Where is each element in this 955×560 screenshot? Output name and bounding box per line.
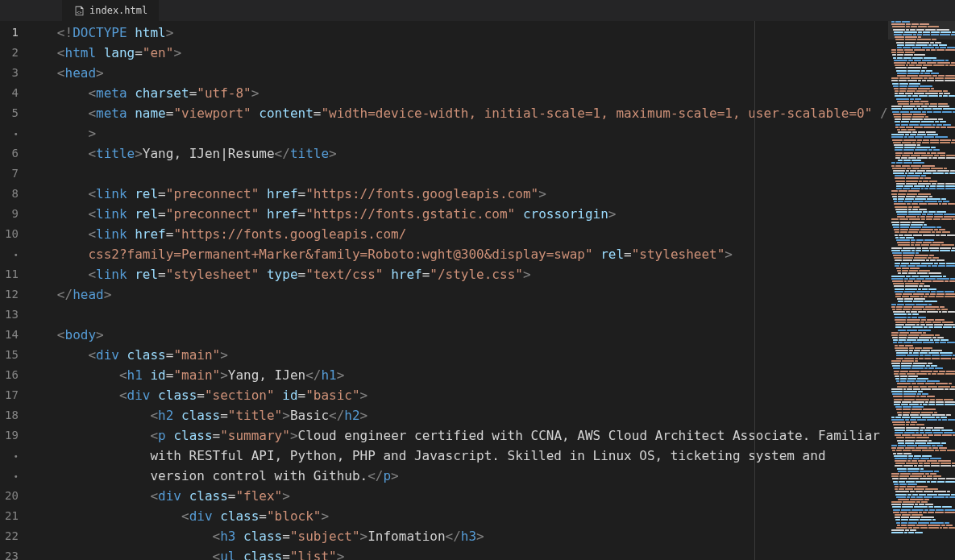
code-line[interactable]: <ul class="list"> — [57, 546, 888, 560]
line-number: 16 — [0, 365, 19, 385]
code-line[interactable]: <h1 id="main">Yang, IJen</h1> — [57, 365, 888, 385]
line-number: 1 — [0, 23, 19, 43]
tab-filename: index.html — [89, 1, 147, 21]
code-line[interactable]: <p class="summary">Cloud engineer certif… — [57, 425, 888, 446]
tab-index-html[interactable]: <> index.html — [62, 0, 159, 21]
code-line[interactable]: <head> — [57, 63, 888, 83]
code-line[interactable]: <link rel="preconnect" href="https://fon… — [57, 184, 888, 204]
line-number: 11 — [0, 264, 19, 284]
code-line[interactable]: <!DOCTYPE html> — [57, 23, 888, 43]
line-number: 21 — [0, 506, 19, 526]
line-number: 6 — [0, 143, 19, 164]
code-line[interactable] — [57, 164, 888, 184]
editor-area: 1234567891011121314151617181920212223 <!… — [0, 21, 955, 560]
code-content[interactable]: <!DOCTYPE html><html lang="en"><head> <m… — [33, 21, 888, 560]
code-line[interactable]: <link href="https://fonts.googleapis.com… — [57, 224, 888, 244]
code-line[interactable]: <div class="main"> — [57, 345, 888, 365]
line-number — [0, 446, 19, 466]
line-number: 13 — [0, 305, 19, 325]
code-line[interactable]: > — [57, 123, 888, 143]
line-number — [0, 466, 19, 486]
line-number: 19 — [0, 425, 19, 446]
code-line[interactable]: <h3 class="subject">Infomation</h3> — [57, 526, 888, 546]
line-number: 4 — [0, 83, 19, 103]
line-number: 17 — [0, 385, 19, 405]
html-file-icon: <> — [73, 5, 85, 16]
code-line[interactable]: <meta name="viewport" content="width=dev… — [57, 103, 888, 123]
svg-text:<>: <> — [77, 9, 81, 14]
code-line[interactable]: <html lang="en"> — [57, 43, 888, 63]
code-line[interactable]: <body> — [57, 325, 888, 345]
line-number: 22 — [0, 526, 19, 546]
code-line[interactable]: <title>Yang, IJen|Resume</title> — [57, 143, 888, 164]
minimap[interactable] — [888, 21, 955, 560]
line-number: 14 — [0, 325, 19, 345]
line-number: 9 — [0, 204, 19, 224]
code-line[interactable]: <link rel="stylesheet" type="text/css" h… — [57, 264, 888, 284]
line-number: 20 — [0, 486, 19, 506]
code-line[interactable]: <div class="section" id="basic"> — [57, 385, 888, 405]
line-number — [0, 123, 19, 143]
line-number-gutter[interactable]: 1234567891011121314151617181920212223 — [0, 21, 33, 560]
line-number: 15 — [0, 345, 19, 365]
code-line[interactable]: <div class="flex"> — [57, 486, 888, 506]
line-number: 18 — [0, 405, 19, 425]
code-line[interactable]: </head> — [57, 284, 888, 305]
line-number: 23 — [0, 546, 19, 560]
code-line[interactable]: <meta charset="utf-8"> — [57, 83, 888, 103]
line-number: 10 — [0, 224, 19, 244]
code-line[interactable]: css2?family=Permanent+Marker&family=Robo… — [57, 244, 888, 264]
line-number: 7 — [0, 164, 19, 184]
line-number: 2 — [0, 43, 19, 63]
code-line[interactable]: with RESTful API, Python, PHP and Javasc… — [57, 446, 888, 466]
code-line[interactable]: <div class="block"> — [57, 506, 888, 526]
line-number: 5 — [0, 103, 19, 123]
code-line[interactable]: <link rel="preconnect" href="https://fon… — [57, 204, 888, 224]
minimap-viewport[interactable] — [888, 21, 955, 39]
ruler — [754, 21, 755, 560]
line-number: 8 — [0, 184, 19, 204]
code-line[interactable] — [57, 305, 888, 325]
code-line[interactable]: <h2 class="title">Basic</h2> — [57, 405, 888, 425]
line-number: 3 — [0, 63, 19, 83]
line-number: 12 — [0, 284, 19, 305]
code-line[interactable]: version control with Github.</p> — [57, 466, 888, 486]
line-number — [0, 244, 19, 264]
editor-tabbar: <> index.html — [0, 0, 955, 21]
